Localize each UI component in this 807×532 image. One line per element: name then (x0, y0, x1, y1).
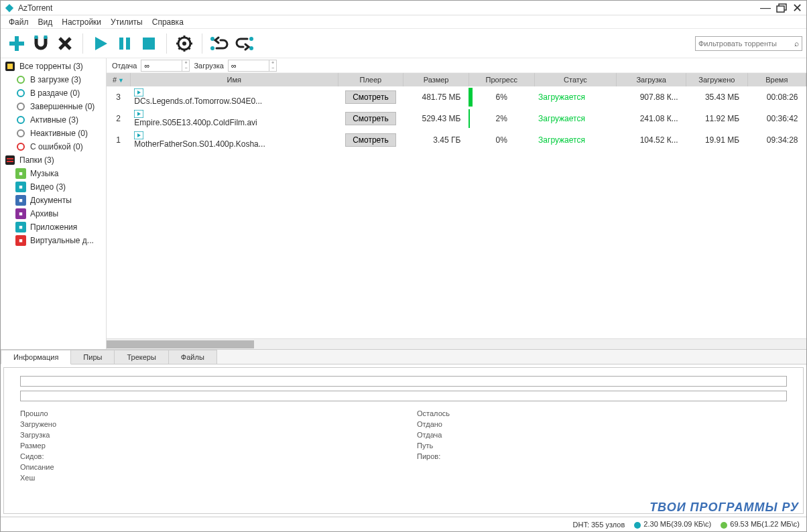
torrent-table: #▼ Имя Плеер Размер Прогресс Статус Загр… (107, 73, 806, 338)
sidebar-item-label: В загрузке (3) (30, 75, 81, 84)
sidebar-folder-item[interactable]: ■Видео (3) (1, 180, 106, 194)
col-progress[interactable]: Прогресс (469, 73, 534, 86)
sidebar-folder-item[interactable]: ■Музыка (1, 167, 106, 180)
add-torrent-button[interactable] (5, 31, 29, 56)
svg-marker-41 (137, 112, 141, 116)
menu-file[interactable]: Файл (5, 16, 33, 28)
upload-limit-input[interactable]: +− (141, 60, 190, 72)
menu-view[interactable]: Вид (34, 16, 57, 28)
titlebar: AzTorrent — ✕ (1, 1, 806, 15)
filter-input[interactable] (698, 40, 793, 48)
settings-button[interactable] (172, 31, 196, 56)
sidebar-item-label: Архивы (30, 209, 58, 218)
close-button[interactable]: ✕ (792, 3, 802, 13)
svg-point-34 (17, 143, 24, 150)
cell-download: 104.52 К... (617, 129, 686, 151)
watch-button[interactable]: Смотреть (345, 133, 396, 147)
svg-point-32 (17, 117, 24, 123)
cell-num: 1 (107, 129, 130, 151)
app-logo-icon (5, 3, 14, 13)
sidebar-item-label: Активные (3) (30, 115, 78, 125)
col-download[interactable]: Загрузка (617, 73, 686, 86)
sidebar-item-label: В раздаче (0) (30, 88, 80, 98)
cell-size: 481.75 МБ (404, 86, 469, 108)
minimize-button[interactable]: — (760, 3, 771, 13)
sidebar-folder-item[interactable]: ■Виртуальные д... (1, 234, 106, 247)
col-name[interactable]: Имя (130, 73, 338, 86)
download-limit-input[interactable]: +− (228, 60, 277, 72)
svg-rect-6 (44, 36, 48, 39)
horizontal-scrollbar[interactable] (107, 338, 806, 349)
folder-icon: ■ (15, 222, 26, 232)
sidebar-all-torrents[interactable]: Все торренты (3) (1, 60, 106, 73)
all-torrents-icon (5, 61, 15, 72)
download-speed: 2.30 МБ(39.09 КБ\с) (634, 520, 711, 528)
cell-progress: 0% (469, 129, 534, 151)
status-icon (15, 74, 26, 85)
col-num[interactable]: #▼ (107, 73, 130, 86)
sidebar-item-label: Папки (3) (19, 155, 54, 165)
status-icon (15, 128, 26, 139)
tab-trackers[interactable]: Трекеры (114, 350, 168, 364)
svg-rect-5 (35, 36, 38, 39)
table-row[interactable]: 2 Empire.S05E13.400p.ColdFilm.avi Смотре… (107, 108, 806, 129)
col-time[interactable]: Время (747, 73, 806, 86)
cell-progress: 6% (469, 86, 534, 108)
upload-speed: 69.53 МБ(1.22 МБ\с) (721, 520, 800, 528)
svg-rect-11 (126, 38, 130, 50)
table-row[interactable]: 1 MotherFatherSon.S01.400p.Kosha... Смот… (107, 129, 806, 151)
svg-rect-2 (777, 6, 784, 12)
sidebar-item[interactable]: В раздаче (0) (1, 86, 106, 100)
col-downloaded[interactable]: Загружено (686, 73, 747, 86)
sidebar-folder-item[interactable]: ■Документы (1, 194, 106, 207)
cell-name: DCs.Legends.of.Tomorrow.S04E0... (130, 86, 338, 108)
tab-files[interactable]: Файлы (168, 350, 217, 364)
table-row[interactable]: 3 DCs.Legends.of.Tomorrow.S04E0... Смотр… (107, 86, 806, 108)
sidebar-item-label: Все торренты (3) (19, 62, 83, 71)
app-title: AzTorrent (18, 3, 760, 13)
move-up-button[interactable] (208, 31, 232, 56)
watch-button[interactable]: Смотреть (345, 90, 396, 104)
folder-icon: ■ (15, 208, 26, 219)
menu-settings[interactable]: Настройки (58, 16, 105, 28)
cell-num: 2 (107, 108, 130, 129)
detail-progress-bar-1 (20, 376, 787, 387)
col-status[interactable]: Статус (534, 73, 617, 86)
svg-rect-10 (119, 38, 123, 50)
sidebar-item[interactable]: Неактивные (0) (1, 127, 106, 140)
sidebar-item[interactable]: Завершенные (0) (1, 100, 106, 113)
move-down-button[interactable] (232, 31, 256, 56)
pause-button[interactable] (113, 31, 137, 56)
stop-button[interactable] (137, 31, 161, 56)
status-icon (15, 141, 26, 152)
play-button[interactable] (88, 31, 113, 56)
svg-line-21 (188, 38, 190, 40)
sidebar-item-label: С ошибкой (0) (30, 142, 83, 151)
menu-help[interactable]: Справка (148, 16, 188, 28)
sidebar-folder-item[interactable]: ■Приложения (1, 220, 106, 234)
watch-button[interactable]: Смотреть (345, 112, 396, 125)
add-magnet-button[interactable] (29, 31, 53, 56)
detail-label: Прошло (20, 409, 390, 417)
svg-rect-12 (143, 38, 155, 50)
sidebar-item[interactable]: С ошибкой (0) (1, 140, 106, 153)
remove-torrent-button[interactable] (53, 31, 77, 56)
folder-icon: ■ (15, 182, 26, 192)
detail-label (417, 474, 787, 482)
col-size[interactable]: Размер (404, 73, 469, 86)
tab-peers[interactable]: Пиры (70, 350, 115, 364)
cell-player: Смотреть (338, 108, 404, 129)
filter-box[interactable]: ⌕ (695, 36, 802, 51)
cell-download: 907.88 К... (617, 86, 686, 108)
sidebar-folders[interactable]: Папки (3) (1, 153, 106, 167)
sidebar-item[interactable]: В загрузке (3) (1, 73, 106, 86)
menu-utilities[interactable]: Утилиты (107, 16, 147, 28)
sidebar-item[interactable]: Активные (3) (1, 113, 106, 127)
col-player[interactable]: Плеер (338, 73, 404, 86)
sidebar-item-label: Приложения (30, 222, 77, 232)
cell-time: 00:08:26 (747, 86, 806, 108)
tab-info[interactable]: Информация (1, 350, 71, 364)
maximize-button[interactable] (776, 3, 787, 13)
svg-point-29 (17, 76, 24, 83)
sidebar-folder-item[interactable]: ■Архивы (1, 207, 106, 220)
